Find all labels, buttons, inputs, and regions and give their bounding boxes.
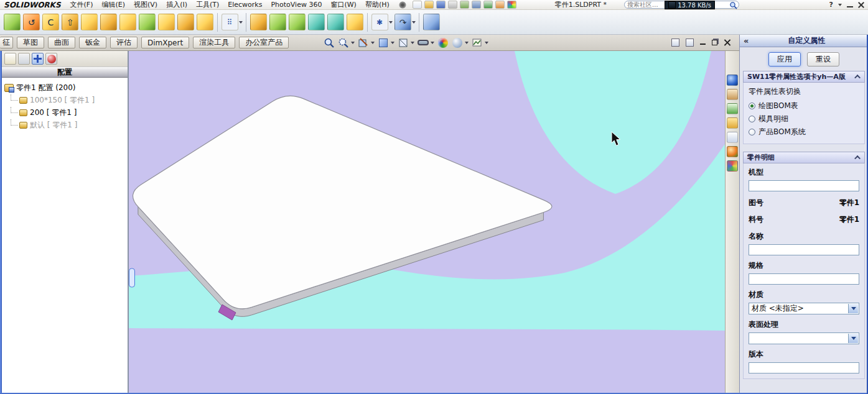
search-folder-icon[interactable] (727, 117, 738, 129)
wireframe-tool-icon[interactable] (423, 14, 440, 30)
menu-window[interactable]: 窗口(W) (326, 0, 360, 9)
design-table-tool-icon[interactable] (289, 14, 306, 30)
undo-arrow-tool-icon[interactable]: ↺ (23, 14, 40, 30)
machine-type-input[interactable] (749, 180, 859, 191)
collapse-pane-button[interactable]: « (744, 36, 749, 45)
tab-surfaces[interactable]: 曲面 (48, 37, 75, 48)
tab-evaluate[interactable]: 评估 (110, 37, 138, 48)
tab-sheet-metal[interactable]: 钣金 (79, 37, 106, 48)
fillet-tool-icon[interactable] (139, 14, 156, 30)
options-icon[interactable] (495, 1, 505, 9)
pattern-tool-icon[interactable]: ⠿ (222, 14, 238, 30)
boss-cylinder-icon[interactable] (327, 14, 344, 30)
chamfer-tool-icon[interactable] (119, 14, 136, 30)
view-settings-icon[interactable] (471, 37, 483, 49)
name-input[interactable] (749, 244, 859, 255)
dimension-dropdown-caret-icon[interactable] (389, 21, 393, 24)
help-menu-caret-icon[interactable] (838, 4, 842, 6)
forming-tool-icon[interactable] (250, 14, 267, 30)
smart-dimension-icon[interactable]: ✱ (371, 14, 388, 30)
scene-caret-icon[interactable] (465, 42, 469, 44)
sketch-tool-icon[interactable] (4, 14, 21, 30)
search-icon[interactable] (729, 1, 737, 9)
collapse-group-icon[interactable] (854, 75, 861, 81)
radio-button-icon[interactable] (749, 103, 755, 109)
radio-product-bom[interactable]: 产品BOM系统 (749, 126, 859, 139)
doc-close-icon[interactable] (724, 39, 730, 46)
doc-minimize-icon[interactable] (700, 40, 706, 45)
redo-icon[interactable] (472, 1, 481, 9)
display-style-caret-icon[interactable] (411, 42, 414, 44)
material-dropdown[interactable]: 材质 <未指定> (749, 303, 859, 314)
tree-item-root[interactable]: 零件1 配置 (200) (4, 81, 128, 94)
pattern-dropdown-caret-icon[interactable] (239, 21, 243, 24)
custom-properties-icon[interactable] (727, 160, 738, 172)
dropdown-arrow-icon[interactable] (848, 334, 858, 343)
appearances-scenes-icon[interactable] (727, 146, 738, 157)
spline-tool-icon[interactable]: ↷ (394, 14, 411, 30)
cut-tool-icon[interactable] (100, 14, 117, 30)
window-close-icon[interactable] (858, 2, 864, 8)
tab-features[interactable]: 征 (0, 37, 13, 48)
section-view-icon[interactable] (357, 37, 370, 49)
template-group-header[interactable]: SW11零件属性选项卡yh—A版 (743, 71, 865, 83)
draft-tool-icon[interactable] (197, 14, 213, 30)
dropdown-arrow-icon[interactable] (848, 304, 858, 313)
hide-show-items-icon[interactable] (417, 37, 429, 49)
display-style-icon[interactable] (397, 37, 409, 49)
apply-scene-icon[interactable] (451, 37, 464, 49)
print-icon[interactable] (448, 1, 457, 9)
community-search-input[interactable]: 搜索社区... 13.78 KB/s (624, 1, 739, 9)
graphics-viewport[interactable] (129, 51, 725, 394)
menu-help[interactable]: 帮助(H) (361, 0, 394, 9)
tree-item-config-100x150[interactable]: 100*150 [ 零件1 ] (4, 94, 128, 106)
menu-insert[interactable]: 插入(I) (162, 0, 192, 9)
tab-dimxpert[interactable]: DimXpert (141, 37, 189, 48)
menu-view[interactable]: 视图(V) (129, 0, 162, 9)
radio-drawing-bom[interactable]: 绘图BOM表 (749, 99, 859, 112)
section-dropdown-caret-icon[interactable] (371, 42, 375, 44)
tab-sketch[interactable]: 草图 (17, 37, 44, 48)
displaymanager-tab-icon[interactable] (45, 53, 57, 65)
zoom-fit-icon[interactable] (323, 37, 335, 49)
apply-button[interactable]: 应用 (768, 52, 801, 66)
reset-button[interactable]: 重设 (807, 52, 839, 66)
help-button[interactable]: ? (829, 1, 833, 9)
next-document-icon[interactable] (686, 39, 694, 47)
menu-tools[interactable]: 工具(T) (192, 0, 223, 9)
spline-dropdown-caret-icon[interactable] (412, 21, 416, 24)
rebuild-icon[interactable] (483, 1, 493, 9)
edit-appearance-icon[interactable] (437, 37, 449, 49)
tab-office-products[interactable]: 办公室产品 (239, 37, 289, 48)
new-document-icon[interactable] (413, 1, 422, 9)
spec-input[interactable] (749, 273, 859, 285)
view-settings-caret-icon[interactable] (485, 42, 488, 44)
flag-tool-icon[interactable] (269, 14, 286, 30)
tab-render-tools[interactable]: 渲染工具 (193, 37, 235, 48)
propertymanager-tab-icon[interactable] (18, 53, 30, 65)
file-explorer-icon[interactable] (727, 103, 738, 114)
collapse-group-icon[interactable] (854, 155, 861, 162)
hide-show-caret-icon[interactable] (431, 42, 434, 44)
save-icon[interactable] (436, 1, 446, 9)
orientation-dropdown-caret-icon[interactable] (391, 42, 394, 44)
radio-button-icon[interactable] (749, 129, 755, 135)
solidworks-resources-icon[interactable] (727, 75, 738, 86)
radio-button-icon[interactable] (749, 116, 755, 122)
edit-color-icon[interactable] (507, 1, 516, 9)
featuremanager-tab-icon[interactable] (4, 53, 16, 65)
version-input[interactable] (749, 362, 859, 373)
tree-item-config-200[interactable]: 200 [ 零件1 ] (4, 106, 128, 119)
surface-finish-dropdown[interactable] (749, 332, 859, 344)
view-orientation-icon[interactable] (377, 37, 390, 49)
design-library-icon[interactable] (727, 89, 738, 100)
previous-document-icon[interactable] (671, 39, 679, 47)
boss-tool-icon[interactable] (81, 14, 98, 30)
swept-tool-icon[interactable]: C (42, 14, 59, 30)
view-palette-icon[interactable] (727, 132, 738, 143)
zoom-area-icon[interactable] (337, 37, 350, 49)
window-minimize-icon[interactable] (847, 2, 853, 7)
tree-item-config-default[interactable]: 默认 [ 零件1 ] (4, 119, 128, 131)
part-detail-group-header[interactable]: 零件明细 (743, 152, 865, 163)
menu-edit[interactable]: 编辑(E) (97, 0, 129, 9)
